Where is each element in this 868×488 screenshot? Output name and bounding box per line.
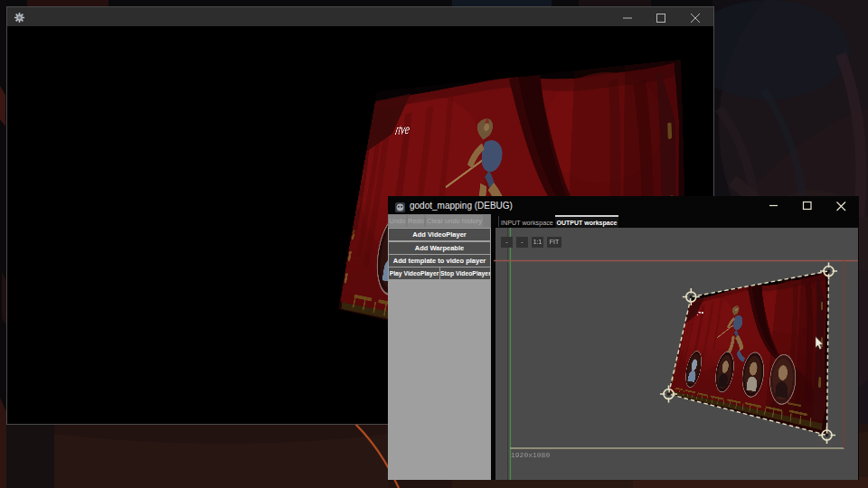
svg-text:1920x1080: 1920x1080 bbox=[511, 451, 550, 459]
